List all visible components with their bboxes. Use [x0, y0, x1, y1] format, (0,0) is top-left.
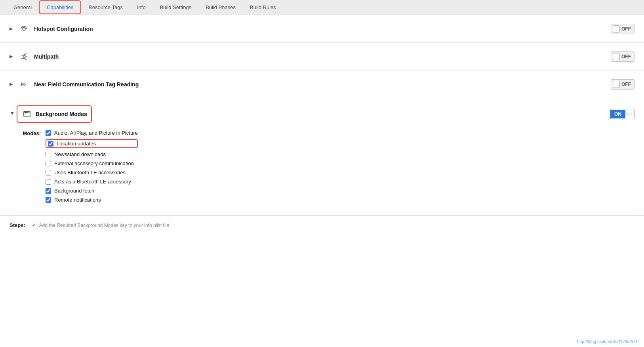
background-modes-title: Background Modes [36, 111, 87, 117]
checkbox-location-highlight: Location updates [46, 139, 138, 148]
checkbox-remote-notifications[interactable]: Remote notifications [46, 197, 138, 203]
checkbox-audio-label: Audio, AirPlay, and Picture in Picture [54, 130, 138, 136]
svg-point-3 [25, 112, 26, 112]
hotspot-icon [18, 23, 29, 34]
modes-content: Modes: Audio, AirPlay, and Picture in Pi… [10, 123, 634, 215]
checkbox-ble-accessory[interactable]: Acts as a Bluetooth LE accessory [46, 179, 138, 185]
checkbox-newsstand[interactable]: Newsstand downloads [46, 151, 138, 157]
nfc-icon [18, 79, 29, 90]
hotspot-title: Hotspot Configuration [34, 26, 611, 32]
tab-build-phases[interactable]: Build Phases [198, 1, 243, 13]
multipath-icon [18, 51, 29, 62]
checkbox-remote-label: Remote notifications [54, 197, 101, 203]
checkbox-bg-fetch[interactable]: Background fetch [46, 188, 138, 194]
checkbox-ble-accessory-label: Acts as a Bluetooth LE accessory [54, 179, 131, 185]
multipath-title: Multipath [34, 53, 611, 60]
background-modes-toggle[interactable]: ON [610, 109, 634, 119]
step-text: Add the Required Background Modes key to… [39, 223, 169, 228]
checkbox-bg-fetch-label: Background fetch [54, 188, 94, 194]
tab-capabilities[interactable]: Capabilities [39, 0, 81, 14]
checkbox-external-label: External accessory communication [54, 160, 134, 166]
tab-general[interactable]: General [6, 1, 39, 13]
hotspot-expand-arrow[interactable]: ▶ [10, 26, 15, 31]
checkbox-ble-accessories[interactable]: Uses Bluetooth LE accessories [46, 170, 138, 175]
steps-label: Steps: [10, 222, 25, 228]
multipath-toggle[interactable]: OFF [611, 51, 634, 62]
checkbox-location[interactable]: Location updates [48, 141, 96, 147]
steps-row: Steps: ✓ Add the Required Background Mod… [10, 222, 634, 228]
capabilities-content: ▶ Hotspot Configuration OFF [0, 15, 644, 347]
background-modes-highlight: Background Modes [17, 105, 92, 123]
multipath-capability-row: ▶ Multipath OFF [0, 43, 644, 71]
tab-info[interactable]: Info [130, 1, 153, 13]
checkbox-ble-accessories-label: Uses Bluetooth LE accessories [54, 170, 126, 175]
nfc-title: Near Field Communication Tag Reading [34, 81, 611, 88]
hotspot-toggle[interactable]: OFF [611, 24, 634, 34]
tab-resource-tags[interactable]: Resource Tags [81, 1, 130, 13]
modes-row: Modes: Audio, AirPlay, and Picture in Pi… [19, 130, 625, 203]
nfc-capability-row: ▶ Near Field Communication Tag Reading O… [0, 71, 644, 98]
steps-section: Steps: ✓ Add the Required Background Mod… [0, 215, 644, 235]
tab-bar: General Capabilities Resource Tags Info … [0, 0, 644, 15]
watermark: http://blog.csdn.net/u012852597 [577, 339, 639, 344]
multipath-expand-arrow[interactable]: ▶ [10, 54, 15, 59]
tab-build-rules[interactable]: Build Rules [243, 1, 283, 13]
checkbox-external-accessory[interactable]: External accessory communication [46, 160, 138, 166]
hotspot-capability-row: ▶ Hotspot Configuration OFF [0, 15, 644, 43]
checkbox-newsstand-label: Newsstand downloads [54, 151, 106, 157]
tab-build-settings[interactable]: Build Settings [153, 1, 199, 13]
svg-point-4 [27, 112, 27, 112]
modes-label: Modes: [19, 130, 41, 136]
checkbox-location-label: Location updates [57, 141, 96, 147]
step-checkmark: ✓ [32, 222, 36, 228]
nfc-toggle[interactable]: OFF [611, 79, 634, 90]
nfc-expand-arrow[interactable]: ▶ [10, 82, 15, 87]
checkbox-audio[interactable]: Audio, AirPlay, and Picture in Picture [46, 130, 138, 136]
background-modes-icon [21, 109, 32, 120]
background-modes-capability-row: ▶ Background Modes ON [0, 98, 644, 215]
background-modes-expand-arrow[interactable]: ▶ [10, 111, 15, 117]
checkboxes-list: Audio, AirPlay, and Picture in Picture L… [46, 130, 138, 203]
